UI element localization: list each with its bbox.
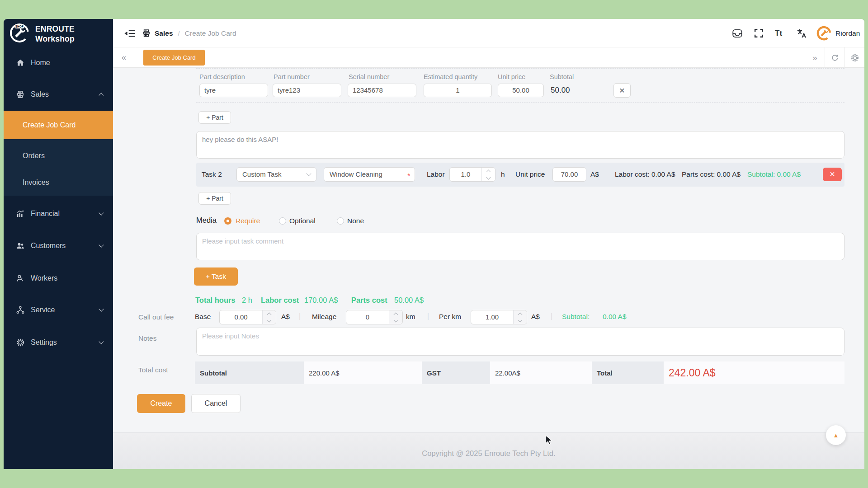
page-footer: Copyright @ 2025 Enroute Tech Pty Ltd. <box>113 432 864 469</box>
service-nodes-icon <box>16 305 25 314</box>
add-part-button-task[interactable]: + Part <box>198 192 231 205</box>
task-name-input[interactable]: Window Cleaning * <box>324 167 415 182</box>
delete-task-button[interactable]: × <box>823 168 842 181</box>
financial-chart-icon <box>16 209 25 218</box>
home-icon <box>16 58 25 67</box>
part-number-label: Part number <box>274 73 310 80</box>
stepper-up-icon[interactable] <box>486 169 491 174</box>
total-hours-label: Total hours <box>195 296 236 305</box>
currency-label: A$ <box>590 170 599 178</box>
cancel-button[interactable]: Cancel <box>191 394 241 413</box>
stepper-buttons[interactable] <box>389 310 402 324</box>
chevron-down-icon <box>99 242 104 247</box>
total-cost-table: Subtotal 220.00 A$ GST 22.00A$ Total 242… <box>195 361 844 384</box>
labor-label: Labor <box>427 170 445 178</box>
task-unit-price-input[interactable]: 70.00 <box>552 167 586 182</box>
estimated-quantity-label: Estimated quantity <box>424 73 477 80</box>
gear-icon <box>16 338 25 347</box>
notes-label: Notes <box>138 334 157 343</box>
per-km-stepper[interactable]: 1.00 <box>471 310 527 324</box>
stepper-up-icon[interactable] <box>267 312 272 317</box>
inbox-icon[interactable] <box>731 28 743 39</box>
part-number-input[interactable]: tyre123 <box>273 84 341 97</box>
media-none-radio[interactable] <box>337 217 344 225</box>
labor-hours-stepper[interactable]: 1.0 <box>449 167 495 182</box>
serial-number-label: Serial number <box>349 73 389 80</box>
translate-icon[interactable] <box>796 28 807 39</box>
sidebar-item-financial[interactable]: Financial <box>4 205 113 223</box>
media-require-label[interactable]: Require <box>236 217 260 225</box>
remove-part-button[interactable]: × <box>613 83 631 98</box>
tab-settings-gear-icon[interactable] <box>844 47 864 68</box>
media-optional-label[interactable]: Optional <box>289 217 316 225</box>
user-avatar[interactable] <box>816 26 828 38</box>
tab-create-job-card[interactable]: Create Job Card <box>143 50 205 66</box>
stepper-up-icon[interactable] <box>518 312 523 317</box>
copyright-text: Copyright @ 2025 Enroute Tech Pty Ltd. <box>113 449 864 458</box>
call-out-fee-row: Call out fee Base 0.00 A$ | Mileage 0 <box>113 310 864 325</box>
fullscreen-icon[interactable] <box>753 28 765 39</box>
part-unit-price-input[interactable]: 50.00 <box>498 84 544 97</box>
divider: | <box>551 312 552 320</box>
stepper-up-icon[interactable] <box>394 312 398 317</box>
task-row: Task 2 Custom Task Window Cleaning * Lab… <box>196 163 844 187</box>
media-none-label[interactable]: None <box>347 217 364 225</box>
stepper-down-icon[interactable] <box>486 175 491 179</box>
stepper-buttons[interactable] <box>262 310 276 324</box>
sidebar-item-sales[interactable]: Sales <box>4 85 113 103</box>
divider: | <box>299 312 301 320</box>
part-comment-textarea[interactable]: hey please do this ASAP! <box>196 131 844 159</box>
main-area: Sales / Create Job Card Tt <box>113 19 864 469</box>
cost-gst-header: GST <box>422 361 490 384</box>
mileage-label: Mileage <box>312 313 336 321</box>
sidebar-item-customers[interactable]: Customers <box>4 237 113 255</box>
task-type-select[interactable]: Custom Task <box>236 167 316 182</box>
base-fee-stepper[interactable]: 0.00 <box>219 310 276 324</box>
mileage-stepper[interactable]: 0 <box>346 310 403 324</box>
sidebar-item-service[interactable]: Service <box>4 301 113 319</box>
chevron-down-icon <box>99 306 104 311</box>
breadcrumb-section[interactable]: Sales <box>155 29 173 38</box>
cost-total-value: 242.00 A$ <box>664 361 844 384</box>
media-optional-radio[interactable] <box>279 217 286 225</box>
media-require-radio[interactable] <box>224 217 231 225</box>
required-asterisk: * <box>407 169 410 183</box>
stepper-down-icon[interactable] <box>267 318 272 322</box>
create-button[interactable]: Create <box>137 394 185 413</box>
estimated-quantity-input[interactable]: 1 <box>424 84 492 97</box>
sidebar-item-create-job-card[interactable]: Create Job Card <box>4 111 113 139</box>
divider <box>196 102 844 103</box>
add-part-button[interactable]: + Part <box>198 111 231 124</box>
tabs-scroll-right-icon[interactable]: » <box>805 47 825 68</box>
stepper-down-icon[interactable] <box>394 318 398 322</box>
stepper-buttons[interactable] <box>481 168 495 181</box>
serial-number-input[interactable]: 12345678 <box>348 84 416 97</box>
call-out-fee-label: Call out fee <box>138 313 174 321</box>
sidebar-item-orders[interactable]: Orders <box>4 147 113 165</box>
sidebar-item-workers[interactable]: Workers <box>4 269 113 287</box>
sidebar-item-home[interactable]: Home <box>4 54 113 72</box>
sidebar-item-settings[interactable]: Settings <box>4 333 113 352</box>
tabbar-actions: » <box>805 47 864 68</box>
part-description-label: Part description <box>199 73 245 80</box>
scroll-to-top-button[interactable]: ▲ <box>826 425 846 445</box>
font-size-icon[interactable]: Tt <box>775 29 787 41</box>
user-name[interactable]: Riordan <box>835 19 860 47</box>
part-description-input[interactable]: tyre <box>199 84 268 97</box>
labor-cost-label: Labor cost <box>261 296 299 305</box>
task-comment-textarea[interactable] <box>196 233 844 260</box>
sidebar-item-invoices[interactable]: Invoices <box>4 174 113 192</box>
stepper-down-icon[interactable] <box>518 318 523 322</box>
breadcrumb: Sales / Create Job Card <box>142 19 236 47</box>
menu-fold-icon[interactable] <box>124 28 136 39</box>
brand-logo: SHOP ENROUTE Workshop <box>9 23 75 45</box>
cost-gst-value: 22.00A$ <box>490 361 592 384</box>
notes-textarea[interactable] <box>196 328 844 356</box>
refresh-icon[interactable] <box>825 47 844 68</box>
add-task-button[interactable]: + Task <box>194 267 238 286</box>
task-title: Task 2 <box>202 170 222 178</box>
create-job-card-form: Part description Part number Serial numb… <box>113 68 864 469</box>
tabs-scroll-left-icon[interactable]: « <box>113 47 135 68</box>
parts-cost-label: Parts cost <box>351 296 387 305</box>
stepper-buttons[interactable] <box>513 310 527 324</box>
